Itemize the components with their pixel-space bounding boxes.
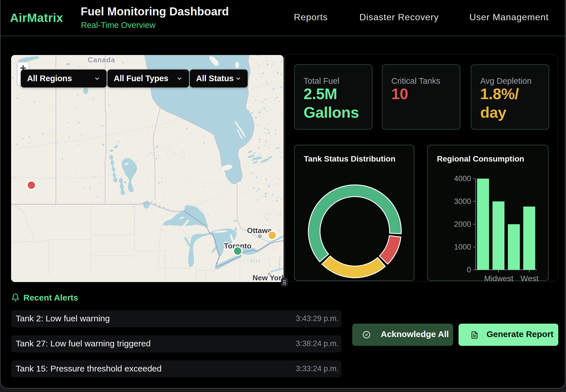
svg-text:Midwest: Midwest xyxy=(484,274,514,281)
svg-text:New York: New York xyxy=(253,273,284,282)
svg-text:Canada: Canada xyxy=(88,56,115,64)
svg-text:4000: 4000 xyxy=(454,174,471,183)
svg-text:2000: 2000 xyxy=(454,220,471,228)
svg-text:3000: 3000 xyxy=(454,197,471,206)
svg-text:0: 0 xyxy=(467,266,471,274)
svg-text:West: West xyxy=(520,274,538,281)
svg-text:1000: 1000 xyxy=(454,243,471,251)
